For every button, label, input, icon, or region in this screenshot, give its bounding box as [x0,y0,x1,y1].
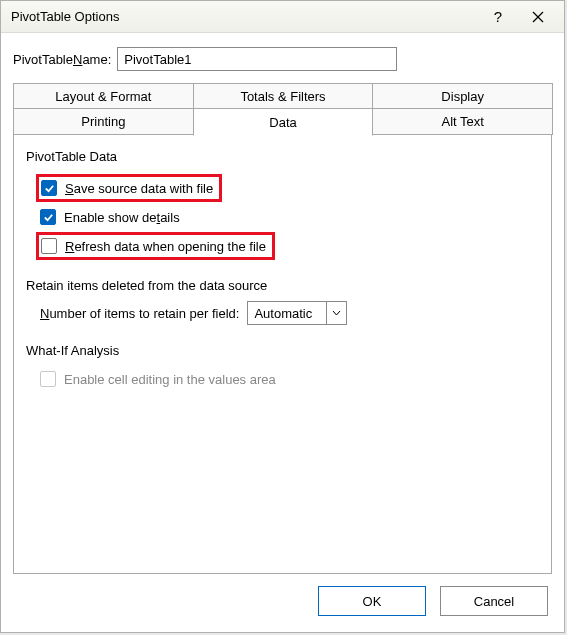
tab-printing[interactable]: Printing [13,109,194,135]
tab-content: PivotTable Data Save source data with fi… [13,134,552,574]
cancel-button[interactable]: Cancel [440,586,548,616]
combo-retain-count[interactable]: Automatic [247,301,347,325]
close-icon [532,11,544,23]
label-show-details: Enable show details [64,210,180,225]
section-pivottable-data: PivotTable Data [26,149,539,164]
titlebar: PivotTable Options ? [1,1,564,33]
label-save-source: Save source data with file [65,181,213,196]
checkbox-save-source[interactable] [41,180,57,196]
close-button[interactable] [518,3,558,31]
label-retain-count: Number of items to retain per field: [40,306,239,321]
tab-totals-filters[interactable]: Totals & Filters [193,83,374,109]
checkbox-enable-cell-editing [40,371,56,387]
checkbox-show-details[interactable] [40,209,56,225]
row-show-details: Enable show details [40,206,539,228]
help-button[interactable]: ? [478,3,518,31]
check-icon [43,212,54,223]
row-enable-cell-editing: Enable cell editing in the values area [40,368,539,390]
tab-display[interactable]: Display [372,83,553,109]
tab-layout-format[interactable]: Layout & Format [13,83,194,109]
pivot-options-dialog: PivotTable Options ? PivotTable Name: La… [0,0,565,633]
tab-alt-text[interactable]: Alt Text [372,109,553,135]
highlight-save-source: Save source data with file [36,174,222,202]
label-enable-cell-editing: Enable cell editing in the values area [64,372,276,387]
section-what-if: What-If Analysis [26,343,539,358]
label-refresh-on-open: Refresh data when opening the file [65,239,266,254]
section-retain-items: Retain items deleted from the data sourc… [26,278,539,293]
tab-data[interactable]: Data [193,110,374,136]
name-row: PivotTable Name: [1,33,564,81]
checkbox-refresh-on-open[interactable] [41,238,57,254]
check-icon [44,183,55,194]
chevron-down-icon [326,302,346,324]
tab-strip: Layout & Format Totals & Filters Display… [13,83,552,135]
footer: OK Cancel [1,574,564,632]
pivottable-name-input[interactable] [117,47,397,71]
highlight-refresh: Refresh data when opening the file [36,232,275,260]
row-retain-count: Number of items to retain per field: Aut… [40,301,539,325]
ok-button[interactable]: OK [318,586,426,616]
combo-retain-value: Automatic [248,306,326,321]
name-label: PivotTable Name: [13,52,111,67]
dialog-title: PivotTable Options [11,9,478,24]
